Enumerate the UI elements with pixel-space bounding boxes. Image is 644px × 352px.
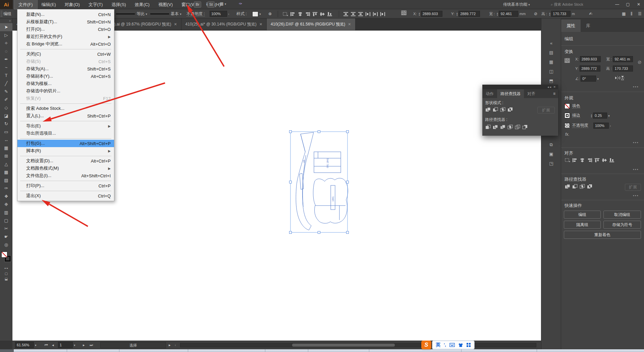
outline-icon[interactable] [514,124,521,129]
zoom-level-dropdown[interactable]: 61.56% ▾ [15,342,37,348]
y-field[interactable]: Y: ▲▼2889.772 [451,9,480,18]
symbol-sprayer-tool[interactable]: ❉ [0,201,12,209]
last-artboard-icon[interactable]: ⏭ [90,342,93,348]
file-menu-item[interactable]: 打包(G)...Alt+Shift+Ctrl+P [17,140,114,147]
trim-icon[interactable] [492,124,499,129]
file-menu-item[interactable]: 打开(O)...Ctrl+O [17,26,114,33]
selection-tool[interactable]: ➤ [0,23,12,31]
align-top-icon[interactable] [311,11,319,16]
artboard-number-dropdown[interactable]: 1 ▾ [58,342,75,348]
file-menu-item[interactable]: 新建(N)...Ctrl+N [17,11,114,18]
isolate-group-button[interactable]: 隔离组 [564,221,601,229]
align-to-icon[interactable] [564,158,571,162]
fill-none-swatch[interactable] [565,103,570,109]
flip-icons[interactable] [615,76,644,81]
ime-punctuation-toggle[interactable]: ’, [444,343,446,347]
stroke-weight-field[interactable]: ▲▼0.25 ▾ [590,113,644,119]
graph-tool[interactable]: ▥ [0,209,12,217]
lasso-tool[interactable]: ◌ [0,47,12,55]
unite-icon[interactable] [564,184,571,188]
brush-definition-dropdown[interactable]: 基本 ▾ [150,9,181,18]
ime-keyboard-icon[interactable] [449,343,455,347]
menu-3[interactable]: 对象(O) [60,0,84,9]
menu-5[interactable]: 选择(S) [107,0,130,9]
horizontal-scrollbar[interactable] [180,343,536,347]
file-menu-item[interactable]: 存储选中的切片... [17,87,114,95]
panel-dock-toggle-icon[interactable]: ▦ [622,9,626,18]
flip-vertical-icon[interactable] [620,77,626,81]
panel-opacity-field[interactable]: 100% › [593,123,644,129]
ime-language-toggle[interactable]: 英 [436,342,440,348]
next-artboard-icon[interactable]: ▸ [83,342,85,348]
file-menu-item[interactable]: 脚本(R)▶ [17,147,114,155]
tab-pathfinder[interactable]: 路径查找器 [497,89,524,98]
file-menu-item[interactable]: 退出(X)Ctrl+Q [17,192,114,200]
pen-tool[interactable]: ✒ [0,55,12,63]
panel-more-icon[interactable]: ☰ [638,9,642,18]
constrain-proportions-icon[interactable]: ⊘ [534,9,537,18]
ime-toolbox-icon[interactable] [467,343,471,347]
exclude-icon[interactable] [586,184,593,188]
menu-2[interactable]: 编辑(E) [37,0,60,9]
panel-close-icon[interactable]: ✕ [553,85,556,89]
fill-row[interactable]: 填色 [565,103,644,109]
fill-none-swatch[interactable] [1,252,7,258]
recolor-button[interactable]: 重新着色 [564,231,641,239]
color-mode-icons[interactable]: ▪▫▪ [0,266,12,271]
group-button[interactable]: 编组 [564,211,601,219]
screen-mode-icon[interactable]: ⬓ [0,276,12,282]
panel-list-icon[interactable]: ⫼ [631,9,633,18]
perspective-grid-tool[interactable]: △ [0,160,12,168]
align-center-v-icon[interactable] [319,11,326,16]
artboards-panel-icon[interactable]: ▣ [541,151,561,157]
merge-icon[interactable] [499,124,506,129]
shear-icon[interactable]: ✍ [589,9,592,18]
curvature-tool[interactable]: ~ [0,63,12,72]
distribute-top-icon[interactable] [342,11,350,16]
opacity-field[interactable]: 100% › [210,9,229,18]
workspace-switcher[interactable]: 传统基本功能 ▾ [503,1,547,8]
ime-skin-icon[interactable] [458,343,463,347]
align-center-h-icon[interactable] [297,11,304,16]
rotate-tool[interactable]: ↻ [0,120,12,128]
prev-artboard-icon[interactable]: ◂ [52,342,54,348]
fx-button[interactable]: fx. [565,132,644,137]
control-bar-grip[interactable] [1,11,2,17]
intersect-icon[interactable] [499,107,506,112]
file-menu-item[interactable]: 从模板新建(T)...Shift+Ctrl+N [17,18,114,26]
align-center-v-icon[interactable] [601,158,608,162]
close-button[interactable]: ✕ [633,0,644,9]
first-artboard-icon[interactable]: ⏮ [45,342,48,348]
arrange-documents-icon[interactable]: ▦ ▾ [220,1,226,6]
line-segment-tool[interactable]: ╱ [0,80,12,88]
save-as-symbol-button[interactable]: 存储为符号 [603,221,641,229]
selection-bounding-box[interactable] [289,131,349,234]
hand-tool[interactable]: ☛ [0,233,12,241]
file-menu-item[interactable]: 导出所选项目... [17,130,114,137]
panel-collapse-icon[interactable]: ◂◂ [547,85,552,89]
draw-mode-icon[interactable]: ▢ [0,271,12,276]
artwork-paths[interactable] [296,132,348,230]
align-right-icon[interactable] [304,11,311,16]
brushes-panel-icon[interactable]: ◫ [541,69,561,74]
bridge-button[interactable]: Br [194,1,201,8]
type-tool[interactable]: T [0,72,12,80]
shape-builder-tool[interactable]: ⊞ [0,152,12,160]
x-field[interactable]: X: ▲▼2889.603 [413,9,442,18]
pencil-tool[interactable]: ✐ [0,96,12,104]
stroke-profile-dropdown[interactable]: 等比 ▾ [116,9,147,18]
gradient-tool[interactable]: ▧ [0,176,12,184]
align-left-icon[interactable] [289,11,297,16]
file-menu-item[interactable]: 最近打开的文件(F)▶ [17,33,114,40]
maximize-button[interactable]: ▢ [623,0,633,9]
fill-stroke-indicator[interactable] [0,251,12,266]
eyedropper-tool[interactable]: ✑ [0,184,12,192]
expand-button[interactable]: 扩展 [625,184,641,191]
tab-close-icon[interactable]: ✕ [348,22,351,27]
file-menu-item[interactable]: 文件信息(I)...Alt+Shift+Ctrl+I [17,172,114,179]
file-menu-item[interactable]: 导出(E)▶ [17,122,114,130]
menu-4[interactable]: 文字(T) [84,0,107,9]
tab-actions[interactable]: 动作 [482,89,497,98]
paintbrush-tool[interactable]: ✎ [0,88,12,96]
sogou-logo-icon[interactable]: S [421,341,431,349]
